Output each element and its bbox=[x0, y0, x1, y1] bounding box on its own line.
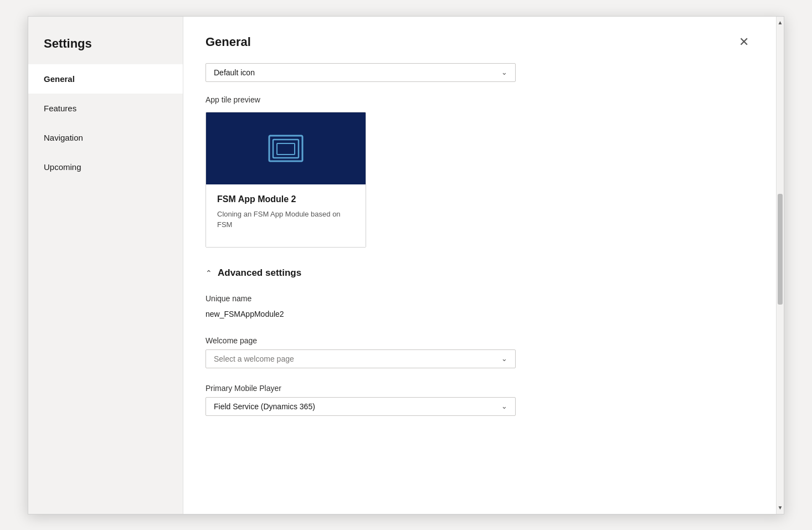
advanced-settings-toggle[interactable]: ⌃ Advanced settings bbox=[205, 267, 754, 279]
welcome-page-dropdown[interactable]: Select a welcome page ⌄ bbox=[205, 349, 516, 368]
settings-dialog: Settings General Features Navigation Upc… bbox=[28, 16, 784, 514]
app-tile-description: Cloning an FSM App Module based on FSM bbox=[217, 209, 354, 230]
primary-mobile-field: Primary Mobile Player Field Service (Dyn… bbox=[205, 384, 754, 416]
scroll-area: Default icon ⌄ App tile preview FSM App … bbox=[183, 52, 776, 514]
close-icon: ✕ bbox=[739, 36, 749, 48]
scroll-up-arrow[interactable]: ▲ bbox=[777, 17, 784, 29]
chevron-down-icon: ⌄ bbox=[501, 402, 507, 410]
sidebar: Settings General Features Navigation Upc… bbox=[28, 17, 183, 514]
scrollbar-track[interactable] bbox=[777, 29, 784, 502]
default-icon-value: Default icon bbox=[214, 68, 255, 77]
main-header: General ✕ bbox=[183, 17, 776, 52]
default-icon-field: Default icon ⌄ bbox=[205, 63, 754, 82]
welcome-page-field: Welcome page Select a welcome page ⌄ bbox=[205, 336, 754, 368]
chevron-up-icon: ⌃ bbox=[205, 269, 212, 277]
scrollbar-thumb[interactable] bbox=[778, 194, 783, 305]
primary-mobile-label: Primary Mobile Player bbox=[205, 384, 754, 393]
app-tile-name: FSM App Module 2 bbox=[217, 194, 354, 204]
unique-name-value: new_FSMAppModule2 bbox=[205, 307, 754, 321]
primary-mobile-dropdown[interactable]: Field Service (Dynamics 365) ⌄ bbox=[205, 397, 516, 416]
primary-mobile-value: Field Service (Dynamics 365) bbox=[214, 402, 315, 411]
sidebar-item-upcoming[interactable]: Upcoming bbox=[28, 152, 183, 182]
sidebar-item-general[interactable]: General bbox=[28, 64, 183, 94]
chevron-down-icon: ⌄ bbox=[501, 354, 507, 363]
default-icon-dropdown[interactable]: Default icon ⌄ bbox=[205, 63, 516, 82]
app-tile-header bbox=[206, 112, 366, 184]
svg-rect-2 bbox=[277, 143, 295, 155]
sidebar-title: Settings bbox=[28, 17, 183, 64]
chevron-down-icon: ⌄ bbox=[501, 68, 507, 76]
sidebar-item-navigation[interactable]: Navigation bbox=[28, 123, 183, 152]
app-tile-preview-label: App tile preview bbox=[205, 95, 754, 104]
scroll-down-arrow[interactable]: ▼ bbox=[777, 502, 784, 514]
close-button[interactable]: ✕ bbox=[734, 32, 754, 52]
unique-name-label: Unique name bbox=[205, 294, 754, 303]
app-tile: FSM App Module 2 Cloning an FSM App Modu… bbox=[205, 112, 366, 248]
app-tile-body: FSM App Module 2 Cloning an FSM App Modu… bbox=[206, 184, 366, 247]
page-title: General bbox=[205, 35, 251, 49]
app-tile-icon bbox=[266, 129, 305, 168]
welcome-page-placeholder: Select a welcome page bbox=[214, 354, 294, 363]
dialog-scrollbar: ▲ ▼ bbox=[776, 17, 784, 514]
welcome-page-label: Welcome page bbox=[205, 336, 754, 345]
main-content: General ✕ Default icon ⌄ App tile previe… bbox=[183, 17, 776, 514]
advanced-settings-title: Advanced settings bbox=[218, 267, 301, 279]
unique-name-field: Unique name new_FSMAppModule2 bbox=[205, 294, 754, 321]
sidebar-nav: General Features Navigation Upcoming bbox=[28, 64, 183, 182]
sidebar-item-features[interactable]: Features bbox=[28, 94, 183, 123]
